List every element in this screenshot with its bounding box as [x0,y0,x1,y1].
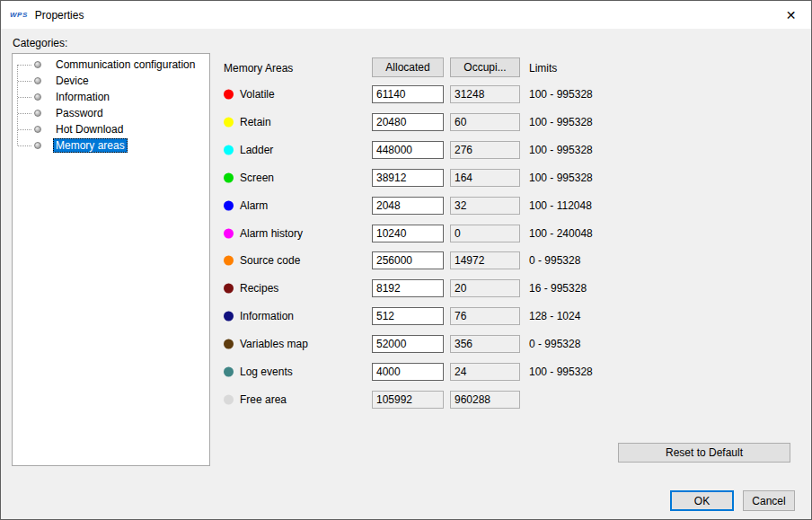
tree-item-label: Device [53,74,92,88]
free-area-occupied-field [450,391,520,409]
memory-row-recipes: Recipes 16 - 995328 [216,275,800,303]
tree-item-hot-download[interactable]: Hot Download [13,121,209,137]
row-label: Screen [240,172,274,184]
ladder-color-icon [224,145,234,155]
retain-color-icon [224,118,234,128]
row-limits: 16 - 995328 [529,282,587,295]
ladder-occupied-field [450,141,520,159]
variables-map-occupied-field [450,335,520,353]
tree-bullet-icon [34,61,41,68]
alarm-occupied-field [450,197,520,215]
free-area-color-icon [224,394,234,404]
source-code-allocated-input[interactable] [372,251,444,269]
information-allocated-input[interactable] [372,307,444,325]
row-limits: 100 - 995328 [529,172,593,184]
memory-row-source-code: Source code 0 - 995328 [216,247,800,275]
volatile-color-icon [224,90,234,100]
tree-bullet-icon [34,126,41,133]
row-limits: 128 - 1024 [529,310,580,322]
row-limits: 100 - 112048 [529,199,592,212]
close-icon[interactable]: ✕ [771,1,811,29]
tree-item-information[interactable]: Information [13,89,209,105]
variables-map-allocated-input[interactable] [372,335,444,353]
memory-row-log-events: Log events 100 - 995328 [216,357,800,385]
row-label: Retain [240,116,271,128]
tree-item-label: Password [53,106,106,120]
row-label: Information [240,310,294,322]
ok-button[interactable]: OK [670,490,734,511]
alarm-allocated-input[interactable] [372,197,444,215]
tree-bullet-icon [34,77,41,84]
volatile-allocated-input[interactable] [372,85,444,103]
row-label: Ladder [240,144,273,156]
memory-rows: Volatile 100 - 995328 Retain 100 - 99532… [216,81,800,413]
memory-row-free-area: Free area [216,385,800,413]
alarm-history-occupied-field [450,225,520,242]
source-code-color-icon [224,256,234,266]
recipes-color-icon [224,284,234,294]
log-events-allocated-input[interactable] [372,363,444,381]
row-label: Recipes [240,282,278,295]
memory-row-alarm-history: Alarm history 100 - 240048 [216,219,800,247]
row-label: Alarm [240,199,268,212]
information-color-icon [224,312,234,322]
categories-tree: Communication configuration Device Infor… [12,53,210,466]
memory-row-information: Information 128 - 1024 [216,303,800,331]
source-code-occupied-field [450,251,520,269]
free-area-allocated-field [372,391,444,409]
memory-areas-panel: Memory Areas Allocated Occupi... Limits … [216,29,800,496]
tree-item-communication-configuration[interactable]: Communication configuration [13,57,209,73]
tree-bullet-icon [34,93,41,101]
dialog-body: Categories: Communication configuration … [1,29,811,519]
tree-item-label: Memory areas [53,138,128,153]
log-events-color-icon [224,366,234,376]
screen-allocated-input[interactable] [372,169,444,187]
tree-item-label: Hot Download [53,122,126,137]
screen-color-icon [224,172,234,182]
row-limits: 100 - 995328 [529,116,593,128]
tree-item-label: Communication configuration [53,57,198,72]
row-limits: 100 - 240048 [529,227,593,240]
alarm-color-icon [224,200,234,210]
tree-bullet-icon [34,110,41,117]
row-limits: 0 - 995328 [529,254,580,267]
volatile-occupied-field [450,85,520,103]
memory-row-volatile: Volatile 100 - 995328 [216,81,800,109]
recipes-occupied-field [450,279,520,297]
recipes-allocated-input[interactable] [372,279,444,297]
reset-to-default-button[interactable]: Reset to Default [618,443,790,463]
row-limits: 0 - 995328 [529,338,580,350]
row-label: Log events [240,366,293,378]
log-events-occupied-field [450,363,520,381]
alarm-history-color-icon [224,228,234,238]
screen-occupied-field [450,169,520,187]
window-title: Properties [35,9,84,22]
row-label: Variables map [240,338,308,350]
app-logo: WPS [10,11,28,19]
properties-dialog: WPS Properties ✕ Categories: Communicati… [0,0,812,520]
titlebar: WPS Properties ✕ [1,1,811,29]
memory-row-retain: Retain 100 - 995328 [216,109,800,137]
tree-item-label: Information [53,90,112,104]
categories-label: Categories: [13,37,67,49]
tree-item-device[interactable]: Device [13,73,209,89]
retain-occupied-field [450,113,520,131]
memory-row-ladder: Ladder 100 - 995328 [216,137,800,164]
occupied-column-button[interactable]: Occupi... [450,57,520,77]
row-limits: 100 - 995328 [529,144,593,156]
limits-column-label: Limits [529,62,557,75]
memory-row-alarm: Alarm 100 - 112048 [216,191,800,219]
alarm-history-allocated-input[interactable] [372,225,444,242]
memory-areas-label: Memory Areas [224,62,293,75]
tree-item-password[interactable]: Password [13,105,209,121]
tree-item-memory-areas[interactable]: Memory areas [13,137,209,154]
retain-allocated-input[interactable] [372,113,444,131]
row-limits: 100 - 995328 [529,366,593,378]
allocated-column-button[interactable]: Allocated [372,57,444,77]
cancel-button[interactable]: Cancel [743,490,795,511]
row-label: Volatile [240,88,275,101]
memory-row-screen: Screen 100 - 995328 [216,163,800,191]
ladder-allocated-input[interactable] [372,141,444,159]
variables-map-color-icon [224,339,234,348]
row-label: Alarm history [240,227,303,240]
